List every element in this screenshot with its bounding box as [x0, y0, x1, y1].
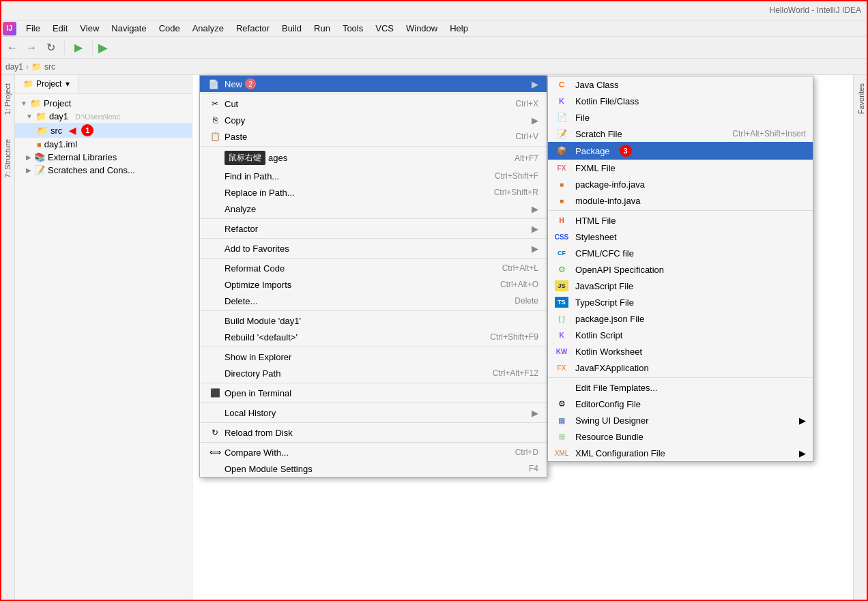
toolbar-build-btn[interactable]: ▶	[70, 40, 87, 56]
paste-icon: 📋	[208, 131, 222, 142]
tab-structure[interactable]: 7: Structure	[1, 134, 14, 184]
menu-view[interactable]: View	[74, 22, 104, 35]
sub-item-swing[interactable]: ▦ Swing UI Designer ▶	[548, 412, 813, 428]
menu-analyze[interactable]: Analyze	[187, 22, 229, 35]
tab-favorites[interactable]: Favorites	[855, 78, 867, 119]
ctx-show-explorer[interactable]: Show in Explorer	[200, 349, 547, 365]
ctx-dir-path-label: Directory Path	[225, 368, 280, 379]
ctx-refactor[interactable]: Refactor ▶	[200, 220, 547, 237]
ctx-dir-path[interactable]: Directory Path Ctrl+Alt+F12	[200, 365, 547, 381]
breadcrumb: day1 › 📁 src	[0, 59, 868, 75]
tab-dropdown-icon[interactable]: ▾	[66, 79, 70, 89]
ctx-mouse-right[interactable]: 鼠标右键 ages Alt+F7	[200, 148, 547, 168]
ctx-copy-arrow: ▶	[532, 115, 538, 126]
sub-label-ts: TypeScript File	[575, 297, 634, 308]
ctx-replace-path-shortcut: Ctrl+Shift+R	[494, 188, 538, 197]
toolbar-forward-btn[interactable]: →	[23, 40, 40, 56]
ctx-history-arrow: ▶	[532, 408, 538, 418]
tab-project-view[interactable]: 📁 Project ▾	[15, 75, 78, 93]
sub-label-html: HTML File	[575, 216, 616, 226]
toolbar-back-btn[interactable]: ←	[4, 40, 20, 56]
expand-icon-scratches: ▶	[26, 166, 31, 174]
ctx-delete[interactable]: Delete... Delete	[200, 293, 547, 309]
sub-item-cfml[interactable]: CF CFML/CFC file	[548, 245, 813, 261]
toolbar-nav-icon[interactable]: ▶	[98, 40, 108, 55]
ctx-reload-disk[interactable]: ↻ Reload from Disk	[200, 424, 547, 441]
ctx-sep-6	[200, 347, 547, 347]
menu-edit[interactable]: Edit	[47, 22, 73, 35]
tab-project[interactable]: 1: Project	[1, 78, 14, 120]
sub-item-javafx[interactable]: FX JavaFXApplication	[548, 360, 813, 376]
ctx-cut[interactable]: ✂ Cut Ctrl+X	[200, 96, 547, 112]
menu-run[interactable]: Run	[308, 22, 336, 35]
tree-item-day1iml[interactable]: ■ day1.iml	[15, 138, 192, 151]
breadcrumb-src[interactable]: src	[44, 62, 55, 72]
ctx-reformat[interactable]: Reformat Code Ctrl+Alt+L	[200, 260, 547, 276]
sub-item-html[interactable]: H HTML File	[548, 212, 813, 229]
ctx-sep-7	[200, 383, 547, 383]
menu-build[interactable]: Build	[276, 22, 307, 35]
tree-label-day1: day1	[49, 111, 68, 121]
sub-item-scratch-file[interactable]: 📝 Scratch File Ctrl+Alt+Shift+Insert	[548, 126, 813, 142]
sub-item-file[interactable]: 📄 File	[548, 109, 813, 126]
editor-area: 📄 New 2 ▶ ✂ Cut Ctrl+X ⎘ Copy ▶ 📋 Pa	[192, 75, 853, 601]
ctx-compare-with[interactable]: ⟺ Compare With... Ctrl+D	[200, 444, 547, 460]
tree-label-external-libs: External Libraries	[48, 152, 117, 162]
sub-item-java-class[interactable]: C Java Class	[548, 76, 813, 93]
folder-icon: 📁	[23, 79, 33, 89]
sub-item-ts[interactable]: TS TypeScript File	[548, 294, 813, 310]
sub-label-javafx: JavaFXApplication	[575, 363, 649, 373]
tree-item-src[interactable]: 📁 src ◀ 1	[15, 123, 192, 138]
ctx-open-terminal[interactable]: ⬛ Open in Terminal	[200, 385, 547, 401]
sub-item-package-info[interactable]: ■ package-info.java	[548, 176, 813, 192]
tree-item-day1[interactable]: ▼ 📁 day1 D:\Users\lenc	[15, 110, 192, 123]
sub-item-openapi[interactable]: ⚙ OpenAPI Specification	[548, 261, 813, 278]
menu-navigate[interactable]: Navigate	[106, 22, 151, 35]
ctx-sep-5	[200, 310, 547, 311]
sub-item-js[interactable]: JS JavaScript File	[548, 278, 813, 294]
ctx-replace-path[interactable]: Replace in Path... Ctrl+Shift+R	[200, 184, 547, 201]
menu-code[interactable]: Code	[154, 22, 186, 35]
module-info-icon: ■	[555, 195, 568, 206]
menu-tools[interactable]: Tools	[337, 22, 368, 35]
tree-item-external-libs[interactable]: ▶ 📚 External Libraries	[15, 151, 192, 164]
sub-label-package: Package	[575, 146, 610, 156]
ctx-copy[interactable]: ⎘ Copy ▶	[200, 112, 547, 128]
menu-window[interactable]: Window	[401, 22, 443, 35]
ctx-paste[interactable]: 📋 Paste Ctrl+V	[200, 128, 547, 145]
sub-item-xml-config[interactable]: XML XML Configuration File ▶	[548, 445, 813, 461]
copy-icon: ⎘	[208, 115, 222, 126]
menu-refactor[interactable]: Refactor	[231, 22, 275, 35]
ctx-new-item[interactable]: 📄 New 2 ▶	[200, 76, 547, 92]
toolbar-refresh-btn[interactable]: ↻	[42, 40, 59, 56]
sub-item-package[interactable]: 📦 Package 3	[548, 142, 813, 160]
ctx-optimize-imports[interactable]: Optimize Imports Ctrl+Alt+O	[200, 276, 547, 293]
sub-item-resource[interactable]: ⊞ Resource Bundle	[548, 428, 813, 445]
sub-item-kotlin-script[interactable]: K Kotlin Script	[548, 327, 813, 343]
sub-item-kotlin-worksheet[interactable]: KW Kotlin Worksheet	[548, 343, 813, 360]
sub-item-json[interactable]: { } package.json File	[548, 310, 813, 327]
ctx-local-history[interactable]: Local History ▶	[200, 405, 547, 421]
ctx-build-module[interactable]: Build Module 'day1'	[200, 312, 547, 329]
menu-vcs[interactable]: VCS	[370, 22, 399, 35]
project-sidebar: 📁 Project ▾ ▼ 📁 Project ▼ 📁 day1 D:\User…	[15, 75, 192, 601]
optimize-icon	[208, 279, 222, 290]
sub-item-css[interactable]: CSS Stylesheet	[548, 229, 813, 245]
breadcrumb-day1[interactable]: day1	[5, 62, 23, 72]
ctx-add-favorites[interactable]: Add to Favorites ▶	[200, 240, 547, 256]
sub-item-kotlin-class[interactable]: K Kotlin File/Class	[548, 93, 813, 109]
tree-item-scratches[interactable]: ▶ 📝 Scratches and Cons...	[15, 164, 192, 177]
menu-help[interactable]: Help	[444, 22, 474, 35]
ctx-optimize-imports-label: Optimize Imports	[225, 280, 291, 290]
package-info-icon: ■	[555, 179, 568, 190]
ctx-find-path[interactable]: Find in Path... Ctrl+Shift+F	[200, 168, 547, 184]
sub-item-module-info[interactable]: ■ module-info.java	[548, 192, 813, 209]
ctx-rebuild[interactable]: Rebuild '<default>' Ctrl+Shift+F9	[200, 329, 547, 345]
ctx-analyze[interactable]: Analyze ▶	[200, 201, 547, 217]
menu-file[interactable]: File	[20, 22, 46, 35]
sub-item-editorconfig[interactable]: ⚙ EditorConfig File	[548, 396, 813, 412]
tree-item-project[interactable]: ▼ 📁 Project	[15, 97, 192, 110]
sub-item-edit-templates[interactable]: Edit File Templates...	[548, 379, 813, 396]
sub-item-fxml[interactable]: FX FXML File	[548, 160, 813, 176]
ctx-module-settings[interactable]: Open Module Settings F4	[200, 460, 547, 477]
